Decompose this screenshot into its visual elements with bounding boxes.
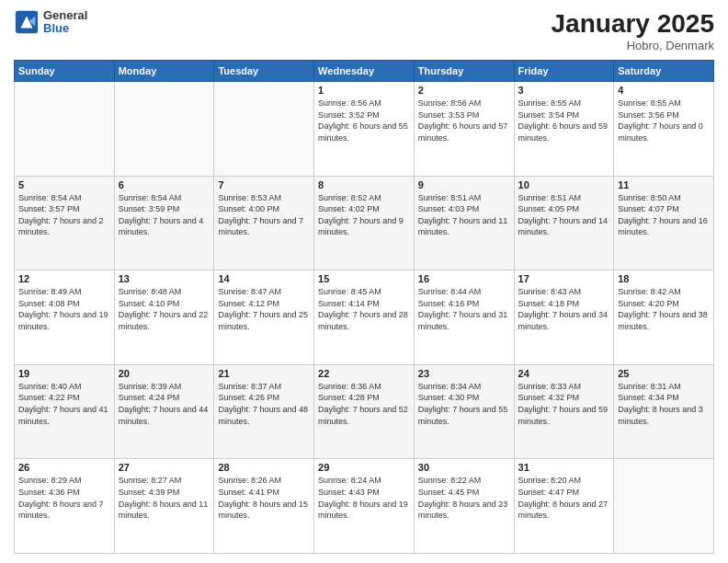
cell-1-2: 7Sunrise: 8:53 AMSunset: 4:00 PMDaylight… xyxy=(214,176,314,270)
cell-4-3: 29Sunrise: 8:24 AMSunset: 4:43 PMDayligh… xyxy=(314,459,415,554)
cell-2-4: 16Sunrise: 8:44 AMSunset: 4:16 PMDayligh… xyxy=(414,270,514,365)
day-num-1: 1 xyxy=(318,85,410,96)
col-thursday: Thursday xyxy=(414,61,514,82)
month-year: January 2025 xyxy=(552,9,714,39)
cell-4-6 xyxy=(614,459,714,554)
day-num-16: 16 xyxy=(418,273,510,284)
day-info-2: Sunrise: 8:56 AMSunset: 3:53 PMDaylight:… xyxy=(418,98,510,144)
cell-1-1: 6Sunrise: 8:54 AMSunset: 3:59 PMDaylight… xyxy=(114,176,214,270)
week-row-4: 26Sunrise: 8:29 AMSunset: 4:36 PMDayligh… xyxy=(15,459,714,554)
day-num-12: 12 xyxy=(18,273,110,284)
calendar-header-row: Sunday Monday Tuesday Wednesday Thursday… xyxy=(15,61,714,82)
day-info-10: Sunrise: 8:51 AMSunset: 4:05 PMDaylight:… xyxy=(518,192,610,238)
day-num-14: 14 xyxy=(218,273,310,284)
cell-0-2 xyxy=(214,82,314,177)
day-info-28: Sunrise: 8:26 AMSunset: 4:41 PMDaylight:… xyxy=(218,475,310,521)
week-row-3: 19Sunrise: 8:40 AMSunset: 4:22 PMDayligh… xyxy=(15,364,714,459)
cell-0-4: 2Sunrise: 8:56 AMSunset: 3:53 PMDaylight… xyxy=(414,82,514,177)
logo-general: General xyxy=(43,9,87,22)
day-info-5: Sunrise: 8:54 AMSunset: 3:57 PMDaylight:… xyxy=(18,192,110,238)
cell-2-6: 18Sunrise: 8:42 AMSunset: 4:20 PMDayligh… xyxy=(614,270,714,365)
week-row-2: 12Sunrise: 8:49 AMSunset: 4:08 PMDayligh… xyxy=(15,270,714,365)
location: Hobro, Denmark xyxy=(552,39,714,52)
day-info-15: Sunrise: 8:45 AMSunset: 4:14 PMDaylight:… xyxy=(318,286,410,332)
day-num-26: 26 xyxy=(18,462,110,473)
cell-2-0: 12Sunrise: 8:49 AMSunset: 4:08 PMDayligh… xyxy=(15,270,115,365)
day-info-6: Sunrise: 8:54 AMSunset: 3:59 PMDaylight:… xyxy=(119,192,210,238)
col-tuesday: Tuesday xyxy=(214,61,314,82)
cell-2-5: 17Sunrise: 8:43 AMSunset: 4:18 PMDayligh… xyxy=(514,270,614,365)
day-num-18: 18 xyxy=(618,273,710,284)
page: General Blue January 2025 Hobro, Denmark… xyxy=(0,0,728,563)
cell-0-5: 3Sunrise: 8:55 AMSunset: 3:54 PMDaylight… xyxy=(514,82,614,177)
week-row-1: 5Sunrise: 8:54 AMSunset: 3:57 PMDaylight… xyxy=(15,176,714,270)
day-num-7: 7 xyxy=(218,179,310,190)
day-num-29: 29 xyxy=(318,462,410,473)
day-info-17: Sunrise: 8:43 AMSunset: 4:18 PMDaylight:… xyxy=(518,286,610,332)
day-info-27: Sunrise: 8:27 AMSunset: 4:39 PMDaylight:… xyxy=(119,475,210,521)
cell-2-3: 15Sunrise: 8:45 AMSunset: 4:14 PMDayligh… xyxy=(314,270,415,365)
day-info-22: Sunrise: 8:36 AMSunset: 4:28 PMDaylight:… xyxy=(318,381,410,427)
day-info-7: Sunrise: 8:53 AMSunset: 4:00 PMDaylight:… xyxy=(218,192,310,238)
cell-3-1: 20Sunrise: 8:39 AMSunset: 4:24 PMDayligh… xyxy=(114,364,214,459)
day-num-13: 13 xyxy=(119,273,210,284)
day-info-4: Sunrise: 8:55 AMSunset: 3:56 PMDaylight:… xyxy=(618,98,710,144)
day-num-2: 2 xyxy=(418,85,510,96)
cell-0-1 xyxy=(114,82,214,177)
day-num-23: 23 xyxy=(418,368,510,379)
cell-1-5: 10Sunrise: 8:51 AMSunset: 4:05 PMDayligh… xyxy=(514,176,614,270)
day-num-11: 11 xyxy=(618,179,710,190)
cell-1-4: 9Sunrise: 8:51 AMSunset: 4:03 PMDaylight… xyxy=(414,176,514,270)
col-monday: Monday xyxy=(114,61,214,82)
day-num-31: 31 xyxy=(518,462,610,473)
day-info-29: Sunrise: 8:24 AMSunset: 4:43 PMDaylight:… xyxy=(318,475,410,521)
cell-1-6: 11Sunrise: 8:50 AMSunset: 4:07 PMDayligh… xyxy=(614,176,714,270)
day-info-26: Sunrise: 8:29 AMSunset: 4:36 PMDaylight:… xyxy=(18,475,110,521)
day-num-3: 3 xyxy=(518,85,610,96)
week-row-0: 1Sunrise: 8:56 AMSunset: 3:52 PMDaylight… xyxy=(15,82,714,177)
day-info-19: Sunrise: 8:40 AMSunset: 4:22 PMDaylight:… xyxy=(18,381,110,427)
day-num-27: 27 xyxy=(119,462,210,473)
day-num-25: 25 xyxy=(618,368,710,379)
day-num-5: 5 xyxy=(18,179,110,190)
day-num-20: 20 xyxy=(119,368,210,379)
cell-3-3: 22Sunrise: 8:36 AMSunset: 4:28 PMDayligh… xyxy=(314,364,415,459)
col-friday: Friday xyxy=(514,61,614,82)
cell-2-2: 14Sunrise: 8:47 AMSunset: 4:12 PMDayligh… xyxy=(214,270,314,365)
day-info-21: Sunrise: 8:37 AMSunset: 4:26 PMDaylight:… xyxy=(218,381,310,427)
cell-0-3: 1Sunrise: 8:56 AMSunset: 3:52 PMDaylight… xyxy=(314,82,415,177)
day-num-17: 17 xyxy=(518,273,610,284)
day-info-20: Sunrise: 8:39 AMSunset: 4:24 PMDaylight:… xyxy=(119,381,210,427)
logo: General Blue xyxy=(14,9,87,36)
cell-0-0 xyxy=(15,82,115,177)
day-info-16: Sunrise: 8:44 AMSunset: 4:16 PMDaylight:… xyxy=(418,286,510,332)
cell-3-5: 24Sunrise: 8:33 AMSunset: 4:32 PMDayligh… xyxy=(514,364,614,459)
day-num-15: 15 xyxy=(318,273,410,284)
day-info-30: Sunrise: 8:22 AMSunset: 4:45 PMDaylight:… xyxy=(418,475,510,521)
title-block: January 2025 Hobro, Denmark xyxy=(552,9,714,52)
day-info-24: Sunrise: 8:33 AMSunset: 4:32 PMDaylight:… xyxy=(518,381,610,427)
col-sunday: Sunday xyxy=(15,61,115,82)
day-info-12: Sunrise: 8:49 AMSunset: 4:08 PMDaylight:… xyxy=(18,286,110,332)
cell-4-1: 27Sunrise: 8:27 AMSunset: 4:39 PMDayligh… xyxy=(114,459,214,554)
cell-4-2: 28Sunrise: 8:26 AMSunset: 4:41 PMDayligh… xyxy=(214,459,314,554)
day-num-28: 28 xyxy=(218,462,310,473)
day-info-23: Sunrise: 8:34 AMSunset: 4:30 PMDaylight:… xyxy=(418,381,510,427)
cell-2-1: 13Sunrise: 8:48 AMSunset: 4:10 PMDayligh… xyxy=(114,270,214,365)
cell-0-6: 4Sunrise: 8:55 AMSunset: 3:56 PMDaylight… xyxy=(614,82,714,177)
day-num-30: 30 xyxy=(418,462,510,473)
col-wednesday: Wednesday xyxy=(314,61,415,82)
day-num-4: 4 xyxy=(618,85,710,96)
day-info-8: Sunrise: 8:52 AMSunset: 4:02 PMDaylight:… xyxy=(318,192,410,238)
day-info-25: Sunrise: 8:31 AMSunset: 4:34 PMDaylight:… xyxy=(618,381,710,427)
day-num-22: 22 xyxy=(318,368,410,379)
cell-1-0: 5Sunrise: 8:54 AMSunset: 3:57 PMDaylight… xyxy=(15,176,115,270)
logo-blue: Blue xyxy=(43,22,87,35)
day-info-3: Sunrise: 8:55 AMSunset: 3:54 PMDaylight:… xyxy=(518,98,610,144)
day-info-14: Sunrise: 8:47 AMSunset: 4:12 PMDaylight:… xyxy=(218,286,310,332)
cell-4-4: 30Sunrise: 8:22 AMSunset: 4:45 PMDayligh… xyxy=(414,459,514,554)
day-num-6: 6 xyxy=(119,179,210,190)
logo-text: General Blue xyxy=(43,9,87,36)
cell-3-0: 19Sunrise: 8:40 AMSunset: 4:22 PMDayligh… xyxy=(15,364,115,459)
day-info-11: Sunrise: 8:50 AMSunset: 4:07 PMDaylight:… xyxy=(618,192,710,238)
